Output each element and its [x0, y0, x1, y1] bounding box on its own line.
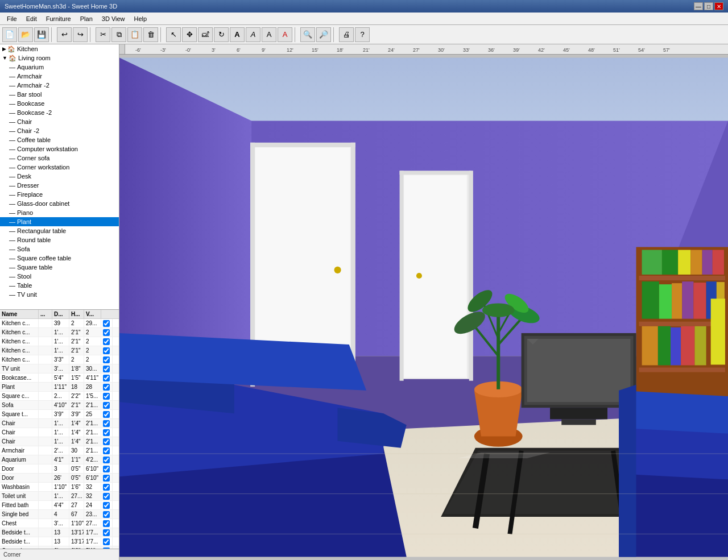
visibility-checkbox[interactable] [103, 411, 110, 418]
delete-button[interactable]: 🗑 [143, 27, 158, 42]
prop-visible-checkbox[interactable] [101, 383, 113, 392]
visibility-checkbox[interactable] [103, 484, 110, 491]
prop-row[interactable]: Aquarium 4'1" 1'1" 4'2... [0, 455, 119, 464]
visibility-checkbox[interactable] [103, 511, 110, 518]
tree-item-corner-sofa[interactable]: — Corner sofa [0, 154, 119, 163]
visibility-checkbox[interactable] [103, 438, 110, 445]
pan-button[interactable]: ✥ [182, 27, 197, 42]
help-button[interactable]: ? [355, 27, 370, 42]
paste-button[interactable]: 📋 [127, 27, 142, 42]
visibility-checkbox[interactable] [103, 520, 110, 527]
select-button[interactable]: ↖ [166, 27, 181, 42]
visibility-checkbox[interactable] [103, 320, 110, 327]
zoom-out-button[interactable]: 🔎 [316, 27, 331, 42]
new-button[interactable]: 📄 [2, 27, 17, 42]
prop-visible-checkbox[interactable] [101, 319, 113, 328]
prop-row[interactable]: Toilet unit 1'... 27... 32 [0, 492, 119, 501]
open-button[interactable]: 📂 [18, 27, 33, 42]
prop-row[interactable]: Chest 3'... 1'10" 27... [0, 519, 119, 528]
prop-visible-checkbox[interactable] [101, 401, 113, 410]
tree-item-plant[interactable]: — Plant [0, 217, 119, 226]
prop-visible-checkbox[interactable] [101, 346, 113, 355]
prop-row[interactable]: Chair 1'... 1'4" 2'1... [0, 437, 119, 446]
visibility-checkbox[interactable] [103, 457, 110, 463]
plan-area[interactable]: -6' -3' -0' 3' 6' 9' 12' 15' 18' 21' 24'… [119, 44, 728, 560]
prop-row[interactable]: Bedside t... 13 13'17" 1'7... [0, 537, 119, 546]
tree-item-corner-workstation[interactable]: — Corner workstation [0, 163, 119, 172]
menu-edit[interactable]: Edit [22, 13, 42, 24]
tree-item-aquarium[interactable]: — Aquarium [0, 63, 119, 72]
add-text-button[interactable]: A [230, 27, 245, 42]
text-style-button[interactable]: A [246, 27, 260, 42]
save-button[interactable]: 💾 [34, 27, 49, 42]
prop-row[interactable]: Armchair 2'... 30 2'1... [0, 446, 119, 455]
tree-item-bookcase2[interactable]: — Bookcase -2 [0, 108, 119, 117]
tree-item-armchair2[interactable]: — Armchair -2 [0, 81, 119, 90]
tree-item-sq-coffee-table[interactable]: — Square coffee table [0, 254, 119, 263]
prop-row[interactable]: Kitchen c... 39 2 29... [0, 319, 119, 328]
tree-item-fireplace[interactable]: — Fireplace [0, 190, 119, 199]
tree-item-bookcase[interactable]: — Bookcase [0, 99, 119, 108]
prop-visible-checkbox[interactable] [101, 501, 113, 510]
tree-item-round-table[interactable]: — Round table [0, 235, 119, 244]
prop-visible-checkbox[interactable] [101, 474, 113, 483]
visibility-checkbox[interactable] [103, 493, 110, 500]
visibility-checkbox[interactable] [103, 393, 110, 400]
menu-plan[interactable]: Plan [76, 13, 97, 24]
prop-row[interactable]: Bedside t... 13 13'17" 1'7... [0, 528, 119, 537]
visibility-checkbox[interactable] [103, 538, 110, 545]
add-furniture-button[interactable]: 🛋 [198, 27, 213, 42]
tree-item-glass-door[interactable]: — Glass-door cabinet [0, 199, 119, 208]
prop-visible-checkbox[interactable] [101, 355, 113, 364]
prop-row[interactable]: Chair 1'... 1'4" 2'1... [0, 428, 119, 437]
expand-kitchen-icon[interactable]: ▶ [2, 46, 6, 52]
rotate-button[interactable]: ↻ [214, 27, 229, 42]
print-button[interactable]: 🖨 [339, 27, 354, 42]
tree-item-coffee-table[interactable]: — Coffee table [0, 135, 119, 144]
visibility-checkbox[interactable] [103, 466, 110, 472]
tree-item-barstool[interactable]: — Bar stool [0, 90, 119, 99]
visibility-checkbox[interactable] [103, 375, 110, 381]
tree-item-chair2[interactable]: — Chair -2 [0, 126, 119, 135]
prop-visible-checkbox[interactable] [101, 455, 113, 464]
visibility-checkbox[interactable] [103, 447, 110, 454]
tree-item-sq-table[interactable]: — Square table [0, 263, 119, 272]
redo-button[interactable]: ↪ [73, 27, 88, 42]
prop-row[interactable]: Plant 1'11" 18 28 [0, 383, 119, 392]
prop-visible-checkbox[interactable] [101, 510, 113, 519]
prop-visible-checkbox[interactable] [101, 492, 113, 501]
visibility-checkbox[interactable] [103, 402, 110, 409]
tree-item-rect-table[interactable]: — Rectangular table [0, 226, 119, 235]
menu-file[interactable]: File [2, 13, 22, 24]
expand-living-icon[interactable]: ▼ [2, 55, 7, 61]
prop-visible-checkbox[interactable] [101, 328, 113, 337]
visibility-checkbox[interactable] [103, 338, 110, 345]
visibility-checkbox[interactable] [103, 502, 110, 509]
prop-visible-checkbox[interactable] [101, 528, 113, 537]
zoom-in-button[interactable]: 🔍 [300, 27, 315, 42]
tree-item-chair[interactable]: — Chair [0, 117, 119, 126]
3d-view[interactable] [119, 55, 728, 560]
cut-button[interactable]: ✂ [96, 27, 110, 42]
close-button[interactable]: ✕ [714, 2, 723, 10]
furniture-tree[interactable]: ▶ 🏠 Kitchen ▼ 🏠 Living room — Aquarium —… [0, 44, 119, 310]
tree-item-computer-workstation[interactable]: — Computer workstation [0, 144, 119, 154]
undo-button[interactable]: ↩ [57, 27, 72, 42]
visibility-checkbox[interactable] [103, 384, 110, 391]
tree-item-stool[interactable]: — Stool [0, 272, 119, 281]
tree-item-desk[interactable]: — Desk [0, 172, 119, 181]
visibility-checkbox[interactable] [103, 347, 110, 354]
visibility-checkbox[interactable] [103, 429, 110, 436]
visibility-checkbox[interactable] [103, 529, 110, 536]
prop-visible-checkbox[interactable] [101, 437, 113, 446]
visibility-checkbox[interactable] [103, 420, 110, 427]
tree-item-tvunit[interactable]: — TV unit [0, 290, 119, 299]
prop-row[interactable]: Fitted bath 4'4" 27 24 [0, 501, 119, 510]
prop-visible-checkbox[interactable] [101, 410, 113, 419]
prop-row[interactable]: Bookcase... 5'4" 1'5" 4'11" [0, 374, 119, 383]
maximize-button[interactable]: □ [704, 2, 713, 10]
prop-row[interactable]: Sofa 4'10" 2'1" 2'1... [0, 401, 119, 410]
prop-visible-checkbox[interactable] [101, 464, 113, 474]
prop-visible-checkbox[interactable] [101, 483, 113, 492]
prop-row[interactable]: Square t... 3'9" 3'9" 25 [0, 410, 119, 419]
